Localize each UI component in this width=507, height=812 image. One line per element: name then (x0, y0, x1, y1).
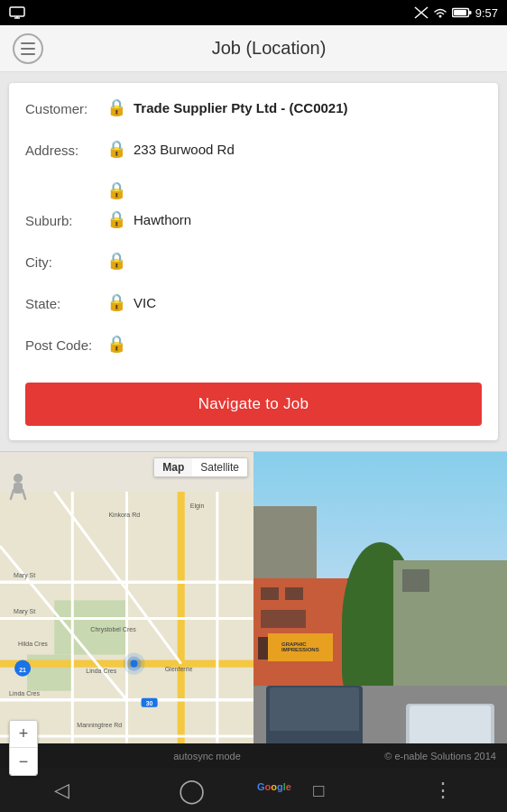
navigate-button[interactable]: Navigate to Job (25, 383, 482, 426)
svg-text:Chrystobel Cres: Chrystobel Cres (90, 627, 136, 634)
map-tabs: Map Satellite (153, 457, 248, 477)
postcode-row: Post Code: 🔒 (25, 334, 482, 364)
main-content: Customer: 🔒 Trade Supplier Pty Ltd - (CC… (0, 72, 507, 812)
svg-rect-8 (469, 11, 472, 14)
page-title: Job (Location) (43, 38, 494, 59)
city-label: City: (25, 251, 106, 270)
svg-text:30: 30 (146, 700, 153, 706)
svg-line-47 (23, 490, 25, 499)
map-tab-map[interactable]: Map (154, 458, 192, 476)
wifi-icon (432, 6, 448, 19)
suburb-value: 🔒 Hawthorn (106, 209, 191, 229)
pegman-icon[interactable] (9, 474, 27, 504)
svg-text:Manningtree Rd: Manningtree Rd (77, 722, 122, 729)
customer-value: 🔒 Trade Supplier Pty Ltd - (CC0021) (106, 97, 348, 117)
address-label: Address: (25, 139, 106, 158)
svg-text:Mary St: Mary St (14, 608, 35, 615)
address-value: 🔒 233 Burwood Rd (106, 139, 235, 159)
svg-rect-45 (14, 483, 23, 494)
postcode-value: 🔒 (106, 334, 126, 354)
back-button[interactable]: ◁ (54, 779, 69, 802)
svg-point-5 (438, 15, 441, 18)
more-button[interactable]: ⋮ (433, 779, 453, 802)
svg-rect-0 (10, 7, 24, 16)
svg-line-46 (11, 490, 14, 499)
svg-text:Glenferrie: Glenferrie (165, 666, 193, 672)
svg-text:Hilda Cres: Hilda Cres (18, 641, 48, 647)
home-button[interactable]: ◯ (179, 777, 205, 805)
svg-text:Kinkora Rd: Kinkora Rd (108, 512, 140, 518)
google-logo-sv: Google (257, 781, 291, 792)
status-right: 9:57 (414, 6, 498, 20)
recents-button[interactable]: □ (313, 780, 324, 801)
state-row: State: 🔒 VIC (25, 292, 482, 323)
state-value: 🔒 VIC (106, 292, 156, 312)
status-bar: 9:57 (0, 0, 507, 25)
zoom-out-button[interactable]: − (10, 748, 37, 775)
sync-label: autosync mode (173, 751, 241, 761)
state-lock-icon: 🔒 (106, 292, 126, 312)
svg-point-43 (123, 653, 144, 675)
svg-rect-7 (454, 10, 466, 15)
action-bar: Job (Location) (0, 25, 507, 72)
customer-row: Customer: 🔒 Trade Supplier Pty Ltd - (CC… (25, 97, 482, 128)
city-lock-icon: 🔒 (106, 251, 126, 271)
suburb-label: Suburb: (25, 209, 106, 228)
menu-line-3 (21, 53, 35, 55)
zoom-controls: + − (9, 720, 38, 776)
menu-line-2 (21, 48, 35, 50)
building-upper-left (254, 506, 317, 586)
customer-label: Customer: (25, 97, 106, 116)
suburb-lock-icon: 🔒 (106, 209, 126, 229)
time-display: 9:57 (475, 6, 498, 20)
address-lock-icon-1: 🔒 (106, 139, 126, 159)
svg-text:Elgin: Elgin (190, 503, 205, 510)
svg-point-44 (14, 474, 23, 483)
address-row: Address: 🔒 233 Burwood Rd (25, 139, 482, 170)
info-card: Customer: 🔒 Trade Supplier Pty Ltd - (CC… (9, 83, 498, 440)
nav-bar: ◁ ◯ □ ⋮ (0, 769, 507, 812)
postcode-lock-icon: 🔒 (106, 334, 126, 354)
state-label: State: (25, 292, 106, 311)
svg-text:21: 21 (19, 667, 26, 673)
postcode-label: Post Code: (25, 334, 106, 353)
bottom-info-bar: v1.0 autosync mode © e-nable Solutions 2… (0, 743, 507, 769)
customer-lock-icon: 🔒 (106, 97, 126, 117)
menu-line-1 (21, 42, 35, 44)
shop-sign: GRAPHICIMPRESSIONS (268, 633, 334, 661)
menu-button[interactable] (13, 33, 43, 64)
city-row: City: 🔒 (25, 251, 482, 281)
copyright-label: © e-nable Solutions 2014 (384, 751, 496, 761)
suburb-row: Suburb: 🔒 Hawthorn (25, 209, 482, 240)
svg-text:Linda Cres: Linda Cres (86, 668, 116, 674)
cast-icon (414, 6, 429, 19)
status-left (9, 6, 25, 19)
svg-text:Linda Cres: Linda Cres (9, 690, 40, 697)
address-lock-row-2: 🔒 (106, 180, 482, 200)
map-tab-satellite[interactable]: Satellite (192, 458, 247, 476)
battery-icon (452, 7, 472, 18)
screen-icon (9, 6, 25, 19)
address-lock-icon-2: 🔒 (106, 180, 126, 200)
svg-text:Mary St: Mary St (14, 572, 35, 579)
zoom-in-button[interactable]: + (10, 721, 37, 748)
city-value: 🔒 (106, 251, 126, 271)
